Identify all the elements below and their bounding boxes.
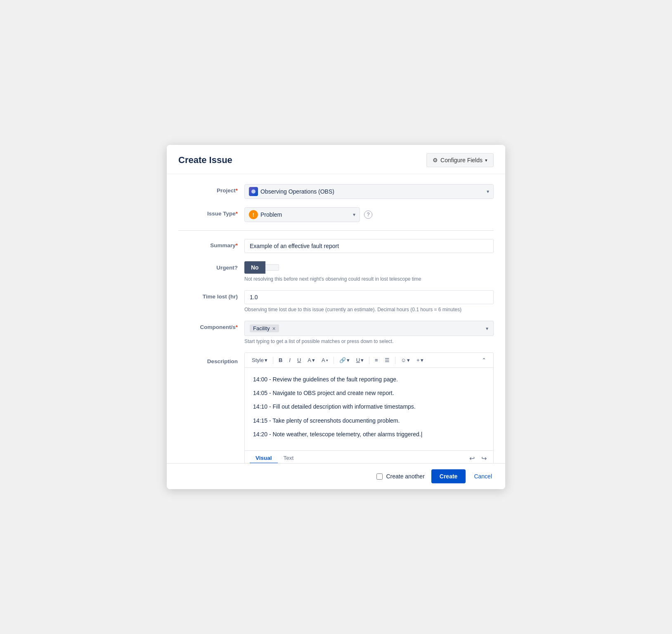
time-lost-input[interactable] [244,290,494,304]
components-dropdown-arrow: ▾ [486,326,488,331]
time-lost-label: Time lost (hr) [178,290,244,300]
components-control: Facility × ▾ Start typing to get a list … [244,321,494,344]
description-row: Description Style ▾ B [178,352,494,463]
description-line-2: 14:05 - Navigate to OBS project and crea… [253,388,485,398]
components-select[interactable]: Facility × ▾ [244,321,494,336]
tab-visual[interactable]: Visual [250,453,278,463]
modal-body: Project* Observing Operations (OBS) ▾ Is… [167,174,505,463]
create-issue-modal: Create Issue ⚙ Configure Fields ▾ Projec… [167,145,505,489]
issue-type-select[interactable]: ! Problem ▾ [244,207,360,222]
tab-text[interactable]: Text [278,453,300,463]
font-color-button[interactable]: A ▾ [305,355,318,365]
project-select[interactable]: Observing Operations (OBS) ▾ [244,184,494,199]
editor-content[interactable]: 14:00 - Review the guidelines of the fau… [245,368,493,450]
undo-button[interactable]: ↩ [468,454,476,463]
bullet-list-button[interactable]: ≡ [372,355,381,365]
style-chevron-icon: ▾ [265,357,267,363]
gear-icon: ⚙ [433,157,438,163]
more-chevron: ▾ [421,357,424,363]
bold-button[interactable]: B [276,355,285,365]
chevron-down-icon: ▾ [485,158,487,163]
project-control: Observing Operations (OBS) ▾ [244,184,494,199]
summary-input[interactable] [244,239,494,253]
modal-header: Create Issue ⚙ Configure Fields ▾ [167,145,505,174]
description-control: Style ▾ B I U [244,352,494,463]
toolbar-separator-1 [273,357,273,364]
modal-title: Create Issue [178,155,232,166]
editor-toolbar: Style ▾ B I U [245,353,493,368]
urgent-no-button[interactable]: No [244,261,265,274]
description-line-4: 14:15 - Take plenty of screenshots docum… [253,416,485,426]
issue-type-dropdown[interactable]: Problem [260,211,351,218]
component-tag-facility: Facility × [250,324,279,332]
style-dropdown-button[interactable]: Style ▾ [249,355,270,365]
components-row: Component/s* Facility × ▾ Start typing t… [178,321,494,344]
cancel-button[interactable]: Cancel [472,469,494,483]
font-color-chevron: ▾ [312,357,315,363]
project-row: Project* Observing Operations (OBS) ▾ [178,184,494,199]
urgent-hint: Not resolving this before next night's o… [244,276,494,282]
numbered-list-button[interactable]: ☰ [382,355,393,365]
toolbar-separator-2 [334,357,334,364]
component-tags: Facility × [250,324,484,332]
modal-footer: Create another Create Cancel [167,463,505,489]
create-another-checkbox[interactable] [376,473,383,480]
urgent-control: No Not resolving this before next night'… [244,261,494,282]
urgent-label: Urgent? [178,261,244,271]
time-lost-control: Observing time lost due to this issue (c… [244,290,494,312]
issue-type-label: Issue Type* [178,207,244,217]
urgent-row: Urgent? No Not resolving this before nex… [178,261,494,282]
component-tag-remove[interactable]: × [272,326,275,331]
editor-actions: ↩ ↪ [468,454,488,463]
project-icon-inner [251,189,256,194]
description-line-1: 14:00 - Review the guidelines of the fau… [253,374,485,385]
project-dropdown-arrow: ▾ [487,189,489,194]
create-button[interactable]: Create [431,469,466,483]
redo-button[interactable]: ↪ [480,454,488,463]
time-lost-row: Time lost (hr) Observing time lost due t… [178,290,494,312]
summary-control [244,239,494,253]
summary-label: Summary* [178,239,244,248]
font-size-button[interactable]: A ▾ [319,355,331,365]
create-another-label[interactable]: Create another [376,473,424,480]
urgent-toggle: No [244,261,494,274]
underline2-chevron: ▾ [361,357,364,363]
text-cursor [421,431,423,438]
toolbar-separator-4 [395,357,395,364]
project-dropdown[interactable]: Observing Operations (OBS) [260,188,485,195]
emoji-chevron: ▾ [407,357,410,363]
issue-type-dropdown-arrow: ▾ [353,212,355,218]
urgent-yes-button[interactable] [265,264,279,271]
description-label: Description [178,352,244,364]
help-icon[interactable]: ? [364,211,372,219]
project-icon [249,187,258,196]
more-button[interactable]: +▾ [414,355,426,365]
toolbar-separator-3 [369,357,369,364]
underline2-button[interactable]: U▾ [353,355,367,365]
link-button[interactable]: 🔗▾ [336,355,353,365]
components-label: Component/s* [178,321,244,330]
issue-type-icon: ! [249,210,258,219]
font-size-chevron: ▾ [326,358,328,362]
project-label: Project* [178,184,244,194]
italic-button[interactable]: I [286,355,293,365]
issue-type-select-row: ! Problem ▾ ? [244,207,494,222]
configure-fields-button[interactable]: ⚙ Configure Fields ▾ [426,153,494,167]
issue-type-control: ! Problem ▾ ? [244,207,494,222]
create-another-text: Create another [386,473,424,480]
editor-tabs: Visual Text ↩ ↪ [245,450,493,463]
description-line-5: 14:20 - Note weather, telescope telemetr… [253,429,485,440]
editor-tab-group: Visual Text [250,453,299,463]
link-chevron: ▾ [347,357,350,363]
description-line-3: 14:10 - Fill out detailed description wi… [253,402,485,412]
issue-type-row: Issue Type* ! Problem ▾ ? [178,207,494,222]
underline-button[interactable]: U [294,355,304,365]
components-hint: Start typing to get a list of possible m… [244,338,494,344]
summary-row: Summary* [178,239,494,253]
configure-fields-label: Configure Fields [440,157,483,163]
collapse-toolbar-button[interactable]: ⌃ [479,355,489,365]
section-divider [178,230,494,231]
emoji-button[interactable]: ☺▾ [398,355,413,365]
time-lost-hint: Observing time lost due to this issue (c… [244,307,494,312]
description-editor: Style ▾ B I U [244,352,494,463]
